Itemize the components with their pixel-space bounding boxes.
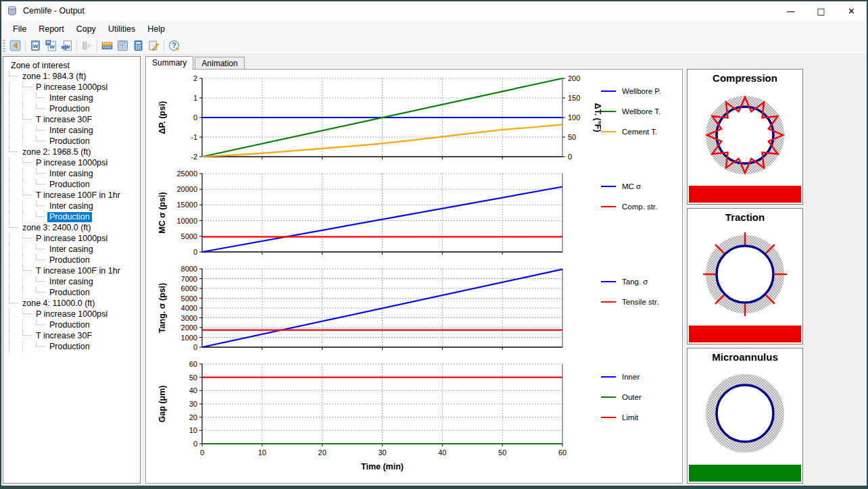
tree-item[interactable]: P increase 1000psi: [3, 233, 140, 244]
edit-notes-button[interactable]: [146, 38, 162, 53]
tree-item-label: Production: [47, 180, 92, 190]
tree-item[interactable]: zone 1: 984.3 (ft): [3, 71, 140, 82]
tree-item[interactable]: zone 4: 11000.0 (ft): [3, 298, 140, 309]
temperature-units-button[interactable]: C F: [115, 38, 130, 53]
tree-guide-line: [9, 309, 22, 319]
tree-item[interactable]: T increase 30F: [3, 114, 140, 125]
tab-animation[interactable]: Animation: [195, 57, 244, 69]
tree-guide-line: [22, 211, 36, 222]
tree-item[interactable]: Inter casing: [3, 93, 140, 103]
legend-item: Outer: [601, 387, 679, 407]
svg-text:10: 10: [189, 426, 197, 434]
tree-item[interactable]: Zone of interest: [3, 60, 140, 71]
tree-item[interactable]: P increase 1000psi: [3, 82, 140, 93]
tree-connector-line: [36, 211, 45, 217]
chart-svg-3: 01020304050600102030405060Time (min)Gap …: [151, 359, 601, 473]
legend-2: Tang. σTensile str.: [601, 263, 679, 353]
toolbar-grip[interactable]: [3, 40, 5, 52]
tree-connector-line: [36, 168, 45, 174]
svg-text:5000: 5000: [181, 232, 197, 240]
tree-item[interactable]: Production: [3, 179, 140, 190]
tree-item[interactable]: Inter casing: [3, 276, 140, 287]
minimize-button[interactable]: —: [775, 1, 806, 20]
svg-text:1: 1: [193, 94, 197, 102]
tree-item-label: P increase 1000psi: [34, 309, 110, 319]
tree-connector-line: [22, 190, 32, 195]
svg-text:10000: 10000: [176, 217, 197, 225]
tree-guide-line: [9, 125, 22, 136]
tree-item[interactable]: zone 3: 2400.0 (ft): [3, 222, 140, 233]
tree-item[interactable]: Production: [3, 341, 140, 352]
maximize-button[interactable]: □: [806, 1, 836, 20]
svg-text:0: 0: [200, 448, 204, 457]
tree-guide-line: [9, 319, 22, 330]
svg-text:6000: 6000: [181, 284, 197, 292]
svg-text:1000: 1000: [181, 334, 197, 342]
tree-guide-line: [9, 136, 22, 147]
menu-report[interactable]: Report: [32, 22, 70, 36]
tree-item[interactable]: Production: [3, 319, 140, 330]
tree-item[interactable]: zone 2: 1968.5 (ft): [3, 147, 140, 157]
legend-label: Inner: [622, 373, 640, 381]
menu-help[interactable]: Help: [141, 22, 171, 36]
app-cylinder-icon: [7, 5, 18, 16]
tree-guide-line: [9, 93, 22, 103]
tree-item[interactable]: Inter casing: [3, 168, 140, 179]
legend-item: Wellbore T.: [601, 101, 679, 122]
tree-item[interactable]: T increase 100F in 1hr: [3, 265, 140, 276]
report-word-button[interactable]: W: [28, 38, 43, 53]
svg-text:3000: 3000: [181, 314, 197, 322]
tree-item[interactable]: T increase 100F in 1hr: [3, 190, 140, 201]
tree-item[interactable]: P increase 1000psi: [3, 157, 140, 168]
depth-ruler-button[interactable]: [99, 38, 115, 53]
tree-item[interactable]: Inter casing: [3, 244, 140, 255]
help-button[interactable]: ?: [166, 38, 182, 53]
app-window: Cemlife - Output — □ ✕ File Report Copy …: [0, 0, 868, 489]
menu-utilities[interactable]: Utilities: [102, 22, 141, 36]
menu-copy[interactable]: Copy: [70, 22, 102, 36]
legend-label: Tensile str.: [622, 298, 658, 306]
legend-label: Wellbore T.: [622, 107, 660, 115]
traction-diagram-icon: [694, 227, 796, 321]
legend-item: Comp. str.: [601, 197, 679, 217]
chart-row-mc: 0500010000150002000025000MC σ (psi) MC σ…: [151, 168, 682, 257]
tree-item[interactable]: Inter casing: [3, 125, 140, 136]
legend-0: Wellbore P.Wellbore T.Cement T.: [601, 73, 679, 162]
svg-text:25000: 25000: [176, 170, 197, 178]
tree-connector-line: [36, 287, 45, 292]
tree-item[interactable]: Production: [3, 287, 140, 298]
svg-text:?: ?: [172, 41, 176, 49]
tree-item-label: Production: [47, 104, 92, 114]
tree-item[interactable]: P increase 1000psi: [3, 309, 140, 319]
save-report-button[interactable]: W: [43, 38, 59, 53]
main-area: Zone of interestzone 1: 984.3 (ft)P incr…: [1, 55, 867, 486]
tree-item[interactable]: Production: [3, 103, 140, 114]
tree-item-label: zone 2: 1968.5 (ft): [20, 147, 93, 157]
tab-summary[interactable]: Summary: [145, 56, 193, 70]
microannulus-panel: Microannulus: [687, 348, 803, 484]
tree-connector-line: [36, 255, 45, 260]
svg-text:-2: -2: [191, 153, 197, 161]
toolbar-separator: [76, 40, 77, 52]
tree-item-label: T increase 30F: [34, 115, 94, 125]
tree-item[interactable]: Production: [3, 211, 140, 222]
close-button[interactable]: ✕: [836, 1, 867, 20]
legend-line-swatch: [601, 396, 616, 398]
menu-file[interactable]: File: [7, 22, 32, 36]
tree-item[interactable]: T increase 30F: [3, 330, 140, 341]
back-button[interactable]: [7, 38, 23, 53]
chart-svg-1: 0500010000150002000025000MC σ (psi): [151, 168, 601, 257]
microannulus-diagram-icon: [694, 366, 796, 461]
calculator-button[interactable]: [130, 38, 146, 53]
svg-text:0: 0: [193, 440, 197, 448]
tree-connector-line: [9, 298, 18, 303]
tree-item[interactable]: Production: [3, 136, 140, 147]
toolbar-separator: [97, 40, 97, 52]
svg-text:Tang. σ (psi): Tang. σ (psi): [158, 283, 167, 333]
chart-svg-0: -2-1012050100150200ΔP. (psi)ΔT. (°F): [151, 73, 601, 162]
export-report-button[interactable]: W: [59, 38, 74, 53]
svg-text:F: F: [124, 41, 126, 45]
tree-item[interactable]: Inter casing: [3, 201, 140, 211]
tree-item[interactable]: Production: [3, 255, 140, 265]
tree-guide-line: [22, 201, 36, 211]
